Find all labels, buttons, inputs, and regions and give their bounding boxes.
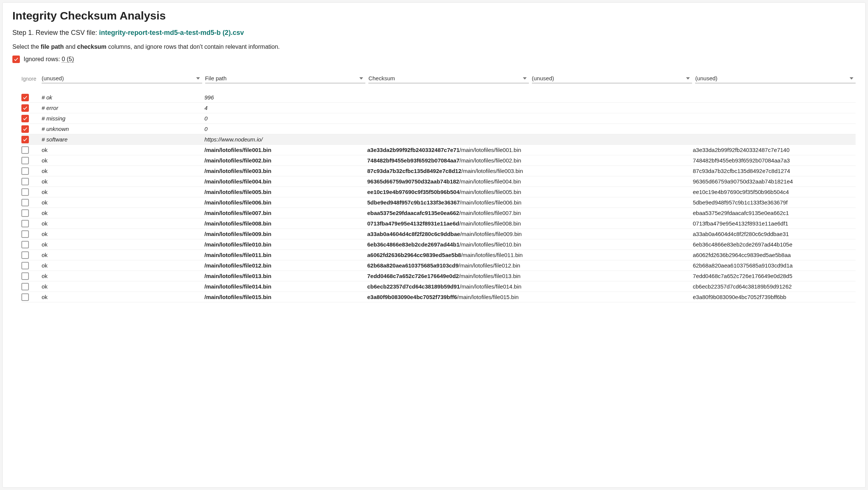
cell-col1: ok — [42, 168, 204, 174]
chevron-down-icon — [523, 77, 527, 80]
cell-col2: 0 — [204, 115, 367, 122]
cell-col5: a33ab0a4604d4c8f2f280c6c9ddbae31 — [693, 231, 856, 237]
checksum-hash: cb6ecb22357d7cd64c38189b59d91 — [367, 283, 460, 290]
checksum-path: /main/lotofiles/file012.bin — [459, 262, 520, 269]
cell-ignore — [21, 251, 42, 259]
row-ignore-checkbox[interactable] — [21, 293, 29, 301]
row-ignore-checkbox[interactable] — [21, 115, 29, 122]
checksum-hash: a6062fd2636b2964cc9839ed5ae5b8 — [367, 252, 461, 258]
cell-checksum: 5dbe9ed948f957c9b1c133f3e36367/main/loto… — [367, 199, 530, 206]
checksum-hash: ebaa5375e29fdaacafc9135e0ea662 — [367, 210, 459, 216]
instr-part: and — [64, 44, 77, 50]
cell-file-path: /main/lotofiles/file002.bin — [204, 157, 367, 164]
table-row: # missing0 — [21, 113, 856, 124]
ignored-rows-checkbox[interactable] — [12, 56, 20, 63]
table-body: # ok996# error4# missing0# unknown0# sof… — [21, 92, 856, 302]
row-ignore-checkbox[interactable] — [21, 220, 29, 227]
cell-col1: ok — [42, 147, 204, 153]
table-row: ok/main/lotofiles/file002.bin748482bf945… — [21, 155, 856, 166]
cell-col1: ok — [42, 189, 204, 195]
col-selector-5[interactable]: (unused) — [695, 74, 856, 83]
cell-file-path: /main/lotofiles/file013.bin — [204, 273, 367, 279]
checksum-hash: 5dbe9ed948f957c9b1c133f3e36367 — [367, 199, 460, 206]
checksum-path: /main/lotofiles/file011.bin — [461, 252, 523, 258]
cell-col5: 87c93da7b32cfbc135d8492e7c8d1274 — [693, 168, 856, 174]
checksum-hash: e3a80f9b083090e4bc7052f739bff6 — [367, 294, 457, 300]
row-ignore-checkbox[interactable] — [21, 104, 29, 112]
checksum-hash: 6eb36c4866e83eb2cde2697ad44b1 — [367, 241, 460, 248]
cell-file-path: /main/lotofiles/file011.bin — [204, 252, 367, 258]
cell-file-path: /main/lotofiles/file014.bin — [204, 283, 367, 290]
cell-col2: 0 — [204, 126, 367, 132]
table-row: ok/main/lotofiles/file014.bincb6ecb22357… — [21, 281, 856, 292]
table-header: Ignore (unused) File path Checksum (unus… — [21, 74, 856, 86]
cell-file-path: /main/lotofiles/file012.bin — [204, 262, 367, 269]
checksum-path: /main/lotofiles/file009.bin — [460, 231, 522, 237]
row-ignore-checkbox[interactable] — [21, 94, 29, 101]
cell-file-path: /main/lotofiles/file010.bin — [204, 241, 367, 248]
cell-col5: a3e33da2b99f92fb240332487c7e7140 — [693, 147, 856, 153]
cell-checksum: 87c93da7b32cfbc135d8492e7c8d12/main/loto… — [367, 168, 530, 174]
cell-col5: ee10c19e4b97690c9f35f50b96b504c4 — [693, 189, 856, 195]
checksum-path: /main/lotofiles/file013.bin — [459, 273, 520, 279]
table-row: ok/main/lotofiles/file009.bina33ab0a4604… — [21, 229, 856, 239]
row-ignore-checkbox[interactable] — [21, 272, 29, 280]
row-ignore-checkbox[interactable] — [21, 241, 29, 248]
csv-filename-link[interactable]: integrity-report-test-md5-a-test-md5-b (… — [99, 29, 244, 36]
instr-bold: checksum — [77, 44, 107, 50]
checksum-hash: 748482bf9455eb93f6592b07084aa7 — [367, 157, 460, 164]
cell-col1: # ok — [42, 94, 204, 101]
row-ignore-checkbox[interactable] — [21, 262, 29, 269]
checksum-path: /main/lotofiles/file001.bin — [460, 147, 521, 153]
cell-checksum: 0713fba479e95e4132f8931e11ae6d/main/loto… — [367, 220, 530, 227]
table-row: ok/main/lotofiles/file004.bin96365d66759… — [21, 176, 856, 187]
cell-file-path: /main/lotofiles/file005.bin — [204, 189, 367, 195]
checksum-path: /main/lotofiles/file015.bin — [457, 294, 518, 300]
table-row: ok/main/lotofiles/file013.bin7edd0468c7a… — [21, 271, 856, 281]
row-ignore-checkbox[interactable] — [21, 199, 29, 206]
cell-ignore — [21, 167, 42, 175]
check-icon — [23, 126, 28, 132]
cell-col5: ebaa5375e29fdaacafc9135e0ea662c1 — [693, 210, 856, 216]
row-ignore-checkbox[interactable] — [21, 178, 29, 185]
instr-bold: file path — [41, 44, 64, 50]
row-ignore-checkbox[interactable] — [21, 251, 29, 259]
cell-ignore — [21, 230, 42, 238]
table-row: ok/main/lotofiles/file006.bin5dbe9ed948f… — [21, 197, 856, 208]
cell-col1: ok — [42, 252, 204, 258]
cell-col1: ok — [42, 199, 204, 206]
cell-checksum: ee10c19e4b97690c9f35f50b96b504/main/loto… — [367, 189, 530, 195]
cell-col5: 62b68a820aea610375685a9103cd9d1a — [693, 262, 856, 269]
row-ignore-checkbox[interactable] — [21, 188, 29, 196]
table-row: ok/main/lotofiles/file012.bin62b68a820ae… — [21, 260, 856, 271]
cell-col1: # unknown — [42, 126, 204, 132]
row-ignore-checkbox[interactable] — [21, 136, 29, 143]
cell-checksum: 748482bf9455eb93f6592b07084aa7/main/loto… — [367, 157, 530, 164]
col-selector-3[interactable]: Checksum — [368, 74, 529, 83]
instruction-text: Select the file path and checksum column… — [12, 44, 856, 50]
col-label: (unused) — [532, 75, 554, 81]
ignored-rows-count[interactable]: 0 (5) — [62, 56, 74, 63]
row-ignore-checkbox[interactable] — [21, 230, 29, 238]
row-ignore-checkbox[interactable] — [21, 125, 29, 133]
cell-ignore — [21, 262, 42, 269]
col-selector-4[interactable]: (unused) — [532, 74, 692, 83]
checksum-path: /main/lotofiles/file002.bin — [460, 157, 521, 164]
checksum-hash: 62b68a820aea610375685a9103cd9 — [367, 262, 459, 269]
col-selector-2[interactable]: File path — [205, 74, 366, 83]
ignored-rows-label: Ignored rows: — [24, 56, 62, 62]
cell-col5: 96365d66759a90750d32aab74b1821e4 — [693, 178, 856, 185]
row-ignore-checkbox[interactable] — [21, 167, 29, 175]
checksum-path: /main/lotofiles/file014.bin — [460, 283, 521, 290]
cell-col5: 6eb36c4866e83eb2cde2697ad44b105e — [693, 241, 856, 248]
table-row: ok/main/lotofiles/file003.bin87c93da7b32… — [21, 166, 856, 176]
col-selector-1[interactable]: (unused) — [42, 74, 202, 83]
instr-part: columns, and ignore rows that don't cont… — [107, 44, 280, 50]
row-ignore-checkbox[interactable] — [21, 146, 29, 154]
cell-ignore — [21, 283, 42, 290]
table-row: # softwarehttps://www.nodeum.io/ — [21, 134, 856, 145]
cell-ignore — [21, 272, 42, 280]
row-ignore-checkbox[interactable] — [21, 209, 29, 217]
row-ignore-checkbox[interactable] — [21, 157, 29, 164]
row-ignore-checkbox[interactable] — [21, 283, 29, 290]
